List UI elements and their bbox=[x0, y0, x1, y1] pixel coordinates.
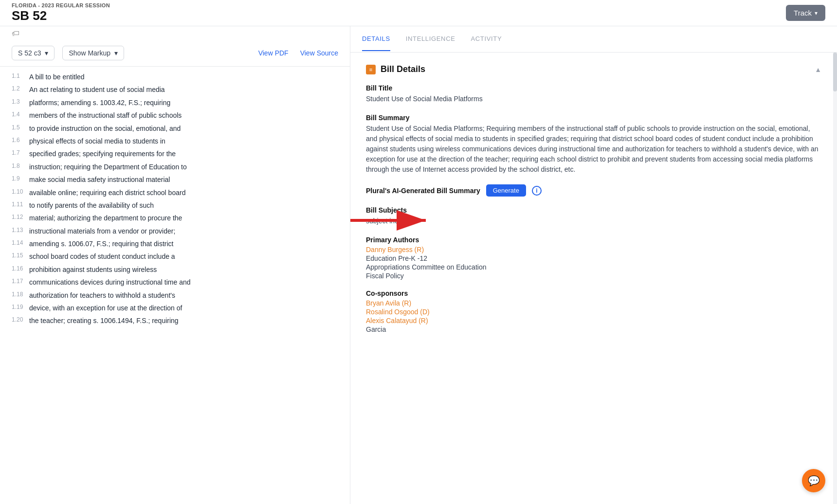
bill-line: 1.17 communications devices during instr… bbox=[12, 276, 338, 288]
version-select[interactable]: S 52 c3 ▾ bbox=[12, 46, 55, 60]
line-number: 1.9 bbox=[12, 174, 29, 182]
right-panel: DetailsIntelligenceActivity bbox=[350, 26, 837, 504]
left-panel: 🏷 S 52 c3 ▾ Show Markup ▾ View PDF View … bbox=[0, 26, 350, 504]
bill-line: 1.9 make social media safety instruction… bbox=[12, 173, 338, 186]
section-title-row: ≡ Bill Details bbox=[366, 64, 425, 74]
bill-line: 1.8 instruction; requiring the Departmen… bbox=[12, 161, 338, 173]
bill-subjects-value: subject index bbox=[366, 216, 821, 226]
line-text: An act relating to student use of social… bbox=[29, 84, 165, 95]
bill-line: 1.13 instructional materials from a vend… bbox=[12, 225, 338, 237]
line-number: 1.16 bbox=[12, 264, 29, 272]
line-text: available online; requiring each distric… bbox=[29, 187, 185, 198]
line-text: school board codes of student conduct in… bbox=[29, 251, 175, 262]
version-label: S 52 c3 bbox=[18, 49, 41, 57]
bill-line: 1.4 members of the instructional staff o… bbox=[12, 109, 338, 122]
bill-icon: ≡ bbox=[366, 65, 376, 74]
track-button[interactable]: Track ▾ bbox=[786, 5, 825, 21]
line-number: 1.15 bbox=[12, 251, 29, 259]
markup-select[interactable]: Show Markup ▾ bbox=[62, 46, 124, 60]
line-text: members of the instructional staff of pu… bbox=[29, 110, 182, 121]
collapse-icon[interactable]: ▲ bbox=[815, 66, 821, 73]
bill-line: 1.16 prohibition against students using … bbox=[12, 263, 338, 276]
line-number: 1.17 bbox=[12, 277, 29, 285]
chat-icon: 💬 bbox=[808, 475, 820, 486]
tab-activity[interactable]: Activity bbox=[471, 27, 502, 51]
line-text: instruction; requiring the Department of… bbox=[29, 162, 187, 172]
cosponsors-block: Co-sponsors Bryan Avila (R)Rosalind Osgo… bbox=[366, 289, 821, 333]
line-text: communications devices during instructio… bbox=[29, 277, 191, 288]
line-text: authorization for teachers to withhold a… bbox=[29, 290, 175, 301]
line-text: amending s. 1006.07, F.S.; requiring tha… bbox=[29, 238, 174, 249]
session-label: Florida - 2023 Regular Session bbox=[12, 2, 110, 8]
line-number: 1.3 bbox=[12, 97, 29, 105]
bill-line: 1.12 material; authorizing the departmen… bbox=[12, 212, 338, 224]
tab-intelligence[interactable]: Intelligence bbox=[406, 27, 455, 51]
author-committee-1: Education Pre-K -12 bbox=[366, 254, 821, 262]
line-number: 1.13 bbox=[12, 226, 29, 234]
line-number: 1.6 bbox=[12, 136, 29, 144]
line-number: 1.20 bbox=[12, 315, 29, 323]
line-text: instructional materials from a vendor or… bbox=[29, 226, 175, 236]
bill-line: 1.15 school board codes of student condu… bbox=[12, 250, 338, 263]
generate-button[interactable]: Generate bbox=[486, 184, 526, 197]
bill-line: 1.18 authorization for teachers to withh… bbox=[12, 289, 338, 302]
right-tabs: DetailsIntelligenceActivity bbox=[350, 26, 837, 53]
view-pdf-link[interactable]: View PDF bbox=[258, 49, 289, 57]
line-text: prohibition against students using wirel… bbox=[29, 264, 157, 275]
line-text: make social media safety instructional m… bbox=[29, 174, 170, 185]
line-number: 1.5 bbox=[12, 123, 29, 131]
line-text: to notify parents of the availability of… bbox=[29, 200, 154, 211]
author-committee-2: Appropriations Committee on Education bbox=[366, 263, 821, 271]
bill-line: 1.20 the teacher; creating s. 1006.1494,… bbox=[12, 314, 338, 327]
line-number: 1.1 bbox=[12, 72, 29, 79]
bill-summary-label: Bill Summary bbox=[366, 114, 821, 122]
cosponsor-item[interactable]: Bryan Avila (R) bbox=[366, 299, 821, 307]
bill-line: 1.1 A bill to be entitled bbox=[12, 71, 338, 83]
chat-fab[interactable]: 💬 bbox=[802, 469, 825, 492]
line-number: 1.18 bbox=[12, 290, 29, 298]
bill-line: 1.14 amending s. 1006.07, F.S.; requirin… bbox=[12, 237, 338, 250]
primary-authors-label: Primary Authors bbox=[366, 236, 821, 244]
bill-title-block: Bill Title Student Use of Social Media P… bbox=[366, 84, 821, 104]
info-icon[interactable]: i bbox=[532, 186, 542, 196]
primary-author-link[interactable]: Danny Burgess (R) bbox=[366, 246, 821, 253]
line-text: specified grades; specifying requirement… bbox=[29, 148, 176, 159]
bill-line: 1.7 specified grades; specifying require… bbox=[12, 147, 338, 160]
line-number: 1.14 bbox=[12, 238, 29, 246]
primary-authors-block: Primary Authors Danny Burgess (R) Educat… bbox=[366, 236, 821, 280]
line-text: platforms; amending s. 1003.42, F.S.; re… bbox=[29, 97, 170, 108]
left-toolbar: S 52 c3 ▾ Show Markup ▾ View PDF View So… bbox=[0, 40, 350, 67]
bill-summary-value: Student Use of Social Media Platforms; R… bbox=[366, 124, 821, 175]
cosponsor-item[interactable]: Alexis Calatayud (R) bbox=[366, 317, 821, 324]
line-text: physical effects of social media to stud… bbox=[29, 136, 165, 146]
line-number: 1.10 bbox=[12, 187, 29, 195]
chevron-down-icon: ▾ bbox=[815, 10, 818, 17]
ai-summary-row: Plural's AI-Generated Bill Summary Gener… bbox=[366, 184, 821, 197]
top-bar: Florida - 2023 Regular Session SB 52 Tra… bbox=[0, 0, 837, 26]
main-layout: 🏷 S 52 c3 ▾ Show Markup ▾ View PDF View … bbox=[0, 26, 837, 504]
scroll-thumb[interactable] bbox=[833, 53, 837, 91]
cosponsors-label: Co-sponsors bbox=[366, 289, 821, 297]
bill-title-value: Student Use of Social Media Platforms bbox=[366, 94, 821, 104]
cosponsor-item[interactable]: Rosalind Osgood (D) bbox=[366, 308, 821, 316]
view-source-link[interactable]: View Source bbox=[300, 49, 338, 57]
section-header: ≡ Bill Details ▲ bbox=[366, 64, 821, 74]
bill-line: 1.19 device, with an exception for use a… bbox=[12, 302, 338, 314]
track-label: Track bbox=[794, 9, 812, 17]
bill-subjects-label: Bill Subjects bbox=[366, 206, 821, 214]
ai-summary-label: Plural's AI-Generated Bill Summary bbox=[366, 187, 480, 195]
bill-subjects-block: Bill Subjects subject index bbox=[366, 206, 821, 226]
scroll-track bbox=[833, 53, 837, 504]
section-title: Bill Details bbox=[381, 64, 425, 74]
tab-details[interactable]: Details bbox=[362, 27, 390, 51]
line-number: 1.19 bbox=[12, 303, 29, 310]
bill-number: SB 52 bbox=[12, 8, 110, 23]
line-text: the teacher; creating s. 1006.1494, F.S.… bbox=[29, 315, 179, 326]
bill-line: 1.2 An act relating to student use of so… bbox=[12, 83, 338, 96]
tag-row: 🏷 bbox=[0, 26, 350, 40]
bill-text-container: 1.1 A bill to be entitled 1.2 An act rel… bbox=[0, 67, 350, 504]
line-number: 1.11 bbox=[12, 200, 29, 208]
cosponsor-item: Garcia bbox=[366, 325, 821, 333]
bill-line: 1.5 to provide instruction on the social… bbox=[12, 122, 338, 135]
line-text: material; authorizing the department to … bbox=[29, 213, 182, 223]
